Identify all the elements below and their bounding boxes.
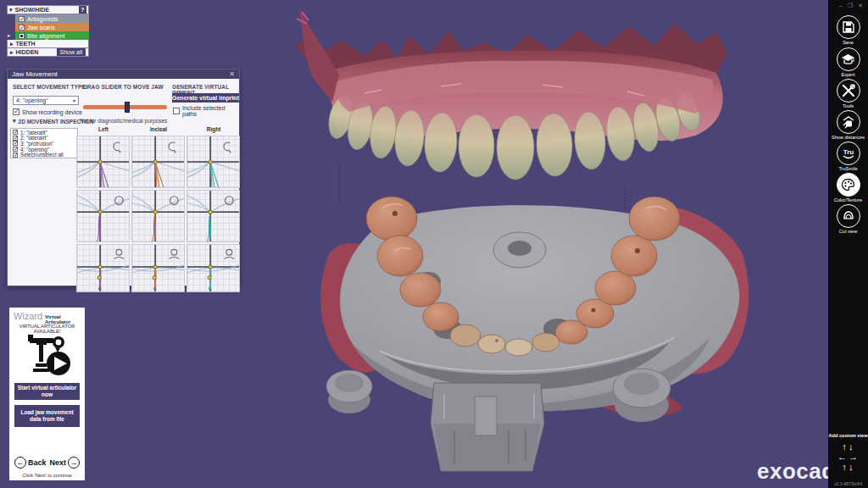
- chevron-right-icon: [10, 49, 14, 56]
- tool-label: Show distances: [828, 135, 868, 140]
- save-icon: [842, 20, 855, 34]
- movement-trace-plot: [187, 245, 239, 291]
- device-connector: [431, 383, 544, 471]
- palette-icon: [841, 178, 855, 191]
- column-header-left: Left: [76, 126, 131, 132]
- close-icon[interactable]: ✕: [229, 70, 235, 78]
- hammer-wrench-icon: [842, 84, 855, 97]
- disclaimer-text: Not for diagnostic/medical purposes: [80, 118, 167, 124]
- include-paths-checkbox[interactable]: Include selected paths: [173, 105, 239, 117]
- jaw-movement-panel: Jaw Movement ✕ SELECT MOVEMENT TYPE: 4: …: [7, 69, 240, 286]
- layer-label: Antagonists: [27, 16, 58, 22]
- chevron-down-icon: [9, 7, 13, 14]
- distances-icon: [842, 115, 855, 129]
- movement-trace-plot: [77, 245, 129, 291]
- lower-jaw-device[interactable]: [320, 197, 748, 471]
- next-button[interactable]: Next →: [49, 457, 80, 469]
- slider-handle[interactable]: [125, 102, 130, 113]
- chevron-down-icon: [13, 118, 16, 125]
- upper-jaw-scan[interactable]: [296, 8, 727, 180]
- layer-row-bite-alignment[interactable]: ▸ Bite alignment: [15, 31, 89, 40]
- cut-view-icon: [842, 209, 855, 223]
- movement-trace-plot: [132, 136, 184, 187]
- trusmile-button[interactable]: Tru TruSmile: [828, 141, 868, 171]
- group-row-hidden[interactable]: HIDDEN Show all: [7, 48, 89, 57]
- movement-graph-cell[interactable]: [186, 136, 240, 188]
- movement-list: 1: "laterallt" 2: "lateralrt" 3: "protru…: [10, 128, 78, 158]
- tools-button[interactable]: Tools: [828, 79, 868, 108]
- arrows-row: ↑↓: [834, 441, 863, 452]
- virtual-articulator-icon: [25, 331, 72, 379]
- show-recording-device-checkbox[interactable]: Show recording device: [13, 108, 82, 115]
- cut-view-button[interactable]: Cut view: [828, 204, 868, 234]
- column-header-incisal: Incisal: [131, 126, 186, 132]
- wizard-title: Wizard: [14, 311, 42, 321]
- movement-item-select-all[interactable]: Select/unselect all: [13, 152, 75, 158]
- generate-virtual-imprint-button[interactable]: Generate virtual imprint: [172, 93, 239, 103]
- checkbox[interactable]: [173, 108, 180, 114]
- tool-label: Save: [828, 40, 868, 45]
- arrows-row: ←→: [834, 452, 863, 462]
- svg-text:Tru: Tru: [843, 148, 854, 156]
- jaw-movement-titlebar[interactable]: Jaw Movement ✕: [8, 69, 239, 79]
- wizard-hint: Click 'Next' to continue: [9, 473, 85, 478]
- movement-graph-cell[interactable]: [131, 244, 185, 292]
- start-articulator-button[interactable]: Start virtual articulator now: [14, 383, 80, 400]
- checkbox-label: Show recording device: [22, 109, 82, 115]
- checkbox[interactable]: [13, 152, 18, 158]
- checkbox-jaw-scans[interactable]: [19, 25, 25, 30]
- show-hide-header[interactable]: SHOW/HIDE ?: [7, 5, 89, 14]
- checkbox-bite-alignment[interactable]: [19, 33, 25, 39]
- help-button[interactable]: ?: [79, 6, 86, 14]
- wizard-panel: Wizard Virtual Articulator VIRTUAL ARTIC…: [7, 305, 87, 483]
- jaw-slider[interactable]: [83, 105, 167, 109]
- checkbox[interactable]: [13, 108, 19, 115]
- maximize-button[interactable]: ❐: [848, 3, 853, 9]
- save-button[interactable]: Save: [828, 15, 868, 45]
- back-arrow-icon: ←: [14, 457, 26, 469]
- slider-label: DRAG SLIDER TO MOVE JAW: [83, 84, 164, 90]
- exocad-logo: exocad: [757, 458, 836, 485]
- layer-row-antagonists[interactable]: Antagonists: [15, 14, 89, 23]
- expand-arrow-icon[interactable]: ▸: [8, 32, 11, 39]
- movement-trace-plot: [187, 191, 239, 241]
- movement-type-dropdown[interactable]: 4: "opening" ▾: [13, 96, 79, 105]
- movement-graph-cell[interactable]: [186, 190, 240, 242]
- movement-label: Select/unselect all: [20, 152, 64, 158]
- minimize-button[interactable]: –: [839, 3, 843, 9]
- window-close-button[interactable]: ✕: [858, 3, 863, 9]
- window-controls: – ❐ ✕: [828, 0, 868, 9]
- movement-graph-cell[interactable]: [76, 136, 130, 188]
- graduation-cap-icon: [841, 53, 855, 66]
- tool-label: Color/Texture: [828, 197, 868, 202]
- custom-view-arrows-icon[interactable]: ↑↓ ←→ ↑↓: [834, 441, 863, 472]
- expert-button[interactable]: Expert: [828, 47, 868, 77]
- color-texture-button[interactable]: Color/Texture: [828, 173, 868, 202]
- layer-row-jaw-scans[interactable]: Jaw scans: [15, 23, 89, 31]
- show-hide-title: SHOW/HIDE: [15, 7, 49, 13]
- movement-graph-cell[interactable]: [131, 190, 185, 242]
- movement-trace-plot: [132, 245, 184, 291]
- show-all-button[interactable]: Show all: [57, 48, 86, 56]
- movement-trace-plot: [187, 136, 239, 187]
- group-label: HIDDEN: [16, 49, 39, 55]
- next-label: Next: [49, 458, 66, 467]
- load-jaw-data-button[interactable]: Load jaw movement data from file: [14, 405, 80, 427]
- right-toolbar: – ❐ ✕ Save Expert Tools Show distances T…: [828, 0, 868, 488]
- show-distances-button[interactable]: Show distances: [828, 110, 868, 140]
- arrows-row: ↑↓: [834, 462, 863, 472]
- group-row-teeth[interactable]: TEETH: [7, 40, 89, 48]
- group-label: TEETH: [16, 41, 36, 47]
- movement-graph-cell[interactable]: [76, 244, 130, 292]
- chevron-right-icon: [10, 41, 14, 47]
- device-foot-left: [326, 370, 372, 413]
- tool-label: TruSmile: [828, 166, 868, 171]
- checkbox-antagonists[interactable]: [19, 16, 25, 22]
- movement-trace-plot: [77, 191, 129, 241]
- movement-graph-cell[interactable]: [76, 190, 130, 242]
- tool-label: Tools: [828, 103, 868, 108]
- back-button[interactable]: ← Back: [14, 457, 47, 469]
- layer-label: Bite alignment: [27, 33, 64, 39]
- movement-graph-cell[interactable]: [186, 244, 240, 292]
- movement-graph-cell[interactable]: [131, 136, 185, 188]
